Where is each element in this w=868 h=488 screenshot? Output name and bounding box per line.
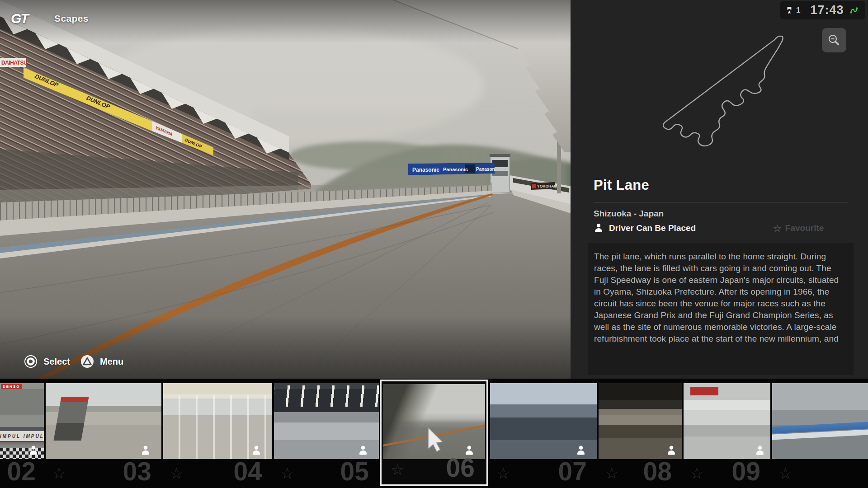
favourite-star-icon: ☆ xyxy=(280,465,294,481)
driver-placeable-icon xyxy=(29,446,38,455)
favourite-star-icon: ☆ xyxy=(170,465,183,481)
favourite-star-icon: ☆ xyxy=(605,465,618,481)
controller-hints: Select Menu xyxy=(24,354,123,369)
tower-window xyxy=(492,160,508,167)
bookmark-star-icon xyxy=(786,6,793,15)
network-status-icon xyxy=(849,5,860,16)
driver-placeable-badge: Driver Can Be Placed xyxy=(594,223,696,233)
sign-impul: IMPUL IMPUL xyxy=(0,431,44,442)
filmstrip-item-08[interactable]: ☆ 08 xyxy=(599,379,682,488)
thumbnail-number: 02 xyxy=(7,459,36,484)
triangle-button-icon xyxy=(80,354,94,369)
driver-placeable-icon xyxy=(576,446,586,455)
zoom-out-button[interactable] xyxy=(822,28,846,52)
driver-placeable-icon xyxy=(359,446,368,455)
page-title: Scapes xyxy=(54,13,89,24)
driver-badge-label: Driver Can Be Placed xyxy=(609,223,696,233)
favourite-star-icon: ☆ xyxy=(690,465,703,481)
yokohama-logo-mark xyxy=(532,184,536,188)
location-description-box: The pit lane, which runs parallel to the… xyxy=(588,243,854,375)
driver-placeable-icon xyxy=(141,446,151,455)
favourite-label: Favourite xyxy=(785,223,824,233)
filmstrip-item-03[interactable]: ☆ 03 xyxy=(46,379,161,488)
driver-placeable-icon xyxy=(755,446,765,455)
favourite-star-icon: ☆ xyxy=(773,224,782,233)
red-signage xyxy=(690,387,718,395)
favourite-star-icon: ☆ xyxy=(391,462,404,477)
gt-logo: GT xyxy=(11,11,28,26)
tower-window-lower xyxy=(492,171,508,176)
scape-preview: YOKOHAMA Panasonic Panasonic Panasonic xyxy=(0,0,571,379)
bookmark-count: 1 xyxy=(796,6,800,15)
panasonic-banner: Panasonic Panasonic Panasonic xyxy=(408,163,499,175)
thumbnail-image-03 xyxy=(46,383,161,459)
bottom-shade xyxy=(0,316,571,379)
driver-placeable-icon xyxy=(252,446,261,455)
sign-denso: DENSO xyxy=(1,384,22,389)
magnifier-minus-icon xyxy=(827,33,841,47)
thumbnail-image-09 xyxy=(684,383,770,459)
location-region: Shizuoka - Japan xyxy=(594,209,664,219)
sign-daihatsu: DAIHATSU xyxy=(1,60,27,66)
tower-roof xyxy=(490,154,510,157)
thumbnail-image-07 xyxy=(490,383,597,459)
pit-lane-photo: YOKOHAMA Panasonic Panasonic Panasonic xyxy=(0,0,571,379)
thumbnail-number: 08 xyxy=(643,459,672,484)
thumbnail-number: 09 xyxy=(732,459,760,484)
circle-button-icon xyxy=(24,354,38,369)
favourite-toggle[interactable]: ☆ Favourite xyxy=(773,223,824,233)
status-bar: 1 17:43 xyxy=(780,1,865,19)
filmstrip-item-02[interactable]: DENSO IMPUL IMPUL 02 xyxy=(0,379,44,488)
thumbnail-number: 06 xyxy=(446,455,475,481)
favourite-star-icon: ☆ xyxy=(496,465,510,481)
filmstrip-item-07[interactable]: ☆ 07 xyxy=(490,379,597,488)
select-hint: Select xyxy=(24,354,70,369)
menu-hint-label: Menu xyxy=(100,357,123,367)
thumbnail-number: 07 xyxy=(558,459,587,484)
thumbnail-image-02: DENSO IMPUL IMPUL xyxy=(0,383,44,459)
thumbnail-image-08 xyxy=(599,383,682,459)
thumbnail-image-10 xyxy=(772,383,868,459)
menu-hint: Menu xyxy=(80,354,123,369)
scapes-screen: YOKOHAMA Panasonic Panasonic Panasonic xyxy=(0,0,868,488)
driver-icon xyxy=(594,224,603,233)
sign-yokohama: YOKOHAMA xyxy=(537,184,560,188)
favourite-star-icon: ☆ xyxy=(778,465,792,481)
monument xyxy=(53,397,89,441)
location-description: The pit lane, which runs parallel to the… xyxy=(594,251,847,345)
track-map xyxy=(651,30,802,162)
filmstrip-item-06-selected[interactable]: ☆ 06 xyxy=(380,380,488,486)
filmstrip-item-10[interactable]: ☆ xyxy=(772,379,868,488)
thumbnail-image-04 xyxy=(163,383,272,459)
filmstrip-item-09[interactable]: ☆ 09 xyxy=(684,379,770,488)
filmstrip: DENSO IMPUL IMPUL 02 ☆ 03 ☆ 04 xyxy=(0,379,868,488)
filmstrip-item-04[interactable]: ☆ 04 xyxy=(163,379,272,488)
location-info-panel: Pit Lane Shizuoka - Japan Driver Can Be … xyxy=(571,0,868,379)
favourite-star-icon: ☆ xyxy=(52,465,66,481)
location-title: Pit Lane xyxy=(594,177,649,193)
thumbnail-number: 04 xyxy=(234,459,262,484)
driver-placeable-icon xyxy=(667,446,676,455)
select-hint-label: Select xyxy=(43,357,70,367)
garage-lights xyxy=(274,385,379,407)
thumbnail-image-05 xyxy=(274,383,379,459)
sign-panasonic-1: Panasonic xyxy=(412,167,439,173)
thumbnail-number: 05 xyxy=(340,459,369,484)
mouse-cursor xyxy=(427,427,445,453)
divider xyxy=(594,202,848,202)
filmstrip-item-05[interactable]: ☆ 05 xyxy=(274,379,379,488)
thumbnail-number: 03 xyxy=(123,459,151,484)
clock: 17:43 xyxy=(810,3,844,17)
sign-panasonic-2: Panasonic xyxy=(443,167,468,172)
